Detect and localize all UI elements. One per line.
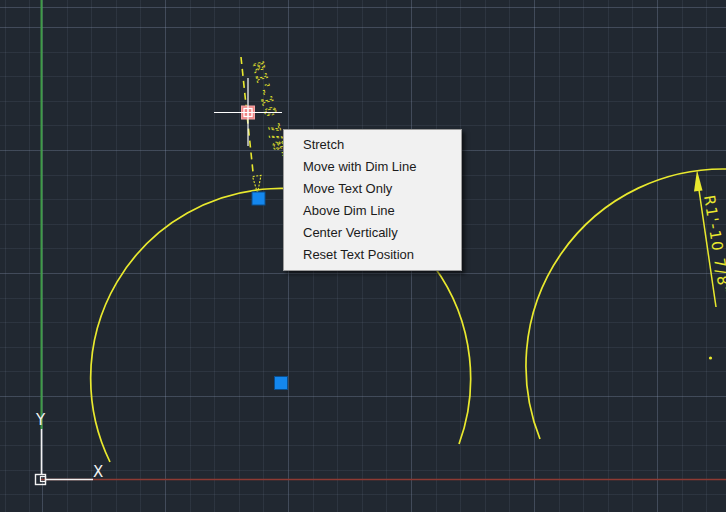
menu-item-center-vertically[interactable]: Center Vertically <box>284 222 461 244</box>
ucs-icon: Y X <box>35 411 103 485</box>
menu-item-move-text-only[interactable]: Move Text Only <box>284 178 461 200</box>
grip-context-menu: Stretch Move with Dim Line Move Text Onl… <box>283 129 462 271</box>
radius-dimension-arrowhead-icon <box>694 170 703 192</box>
menu-item-stretch[interactable]: Stretch <box>284 134 461 156</box>
cad-drawing-canvas[interactable]: R1'-10 7/8" R1'-10 7/8" Y X Stretch Move… <box>0 0 726 512</box>
radius-dimension-text[interactable]: R1'-10 7/8" <box>700 194 726 296</box>
ucs-y-label: Y <box>35 411 46 429</box>
menu-item-above-dim-line[interactable]: Above Dim Line <box>284 200 461 222</box>
dimension-center-point <box>709 356 712 359</box>
arc-center-grip[interactable] <box>275 377 288 390</box>
menu-item-move-with-dim-line[interactable]: Move with Dim Line <box>284 156 461 178</box>
arc-endpoint-grip[interactable] <box>252 192 265 205</box>
menu-item-reset-text-position[interactable]: Reset Text Position <box>284 244 461 266</box>
ucs-x-label: X <box>93 463 103 481</box>
right-arc-entity[interactable] <box>526 169 726 439</box>
